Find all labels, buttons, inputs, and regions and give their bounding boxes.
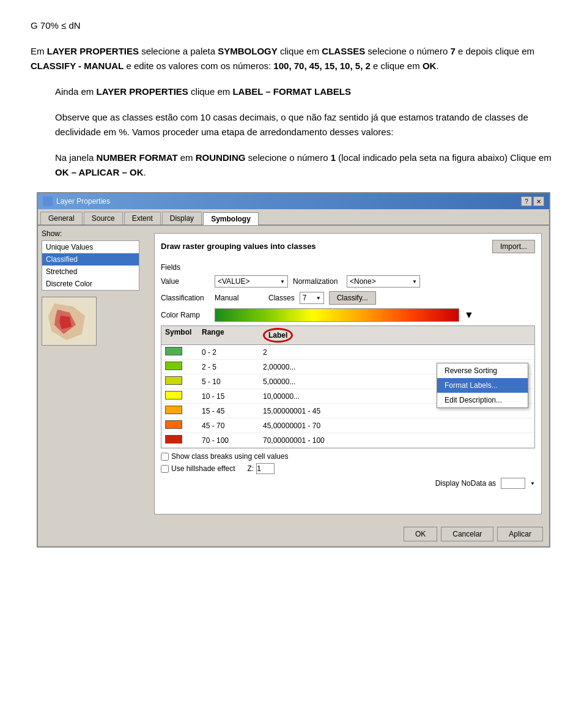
classification-value: Manual <box>215 294 264 302</box>
range-cell-2: 2 - 5 <box>198 361 259 373</box>
ok-button[interactable]: OK <box>404 527 437 541</box>
symbol-cell-4 <box>161 389 198 403</box>
classes-label: Classes <box>268 294 295 302</box>
para1-block: Em LAYER PROPERTIES selecione a paleta S… <box>31 44 556 73</box>
norm-dropdown-arrow: ▼ <box>412 279 417 284</box>
para3-text: Observe que as classes estão com 10 casa… <box>55 110 556 139</box>
svg-marker-3 <box>59 316 72 329</box>
formula-text: G 70% ≤ dN <box>31 18 556 33</box>
classification-row: Classification Manual Classes 7 ▼ Classi… <box>161 291 535 305</box>
symbol-cell-2 <box>161 360 198 374</box>
show-unique-values[interactable]: Unique Values <box>42 241 139 253</box>
para4-block: Na janela NUMBER FORMAT em ROUNDING sele… <box>55 150 556 180</box>
para2-text: Ainda em LAYER PROPERTIES clique em LABE… <box>55 84 556 99</box>
table-row: 45 - 70 45,00000001 - 70 <box>161 418 534 433</box>
tab-display[interactable]: Display <box>162 212 202 225</box>
show-label: Show: <box>42 229 146 238</box>
color-ramp-row: Color Ramp ▼ <box>161 308 535 322</box>
classes-dropdown[interactable]: 7 ▼ <box>300 292 324 304</box>
close-button[interactable]: ✕ <box>533 196 544 206</box>
label-cell-3: 5,00000... <box>259 376 369 388</box>
show-panel: Show: Unique Values Classified Stretched… <box>42 229 146 518</box>
para4-text: Na janela NUMBER FORMAT em ROUNDING sele… <box>55 150 556 180</box>
tab-bar: General Source Extent Display Symbology <box>38 209 549 226</box>
import-button[interactable]: Import... <box>492 240 535 253</box>
aplicar-button[interactable]: Aplicar <box>497 527 543 541</box>
checkbox-label-2: Use hillshade effect <box>171 464 235 473</box>
show-stretched[interactable]: Stretched <box>42 266 139 278</box>
value-dropdown[interactable]: <VALUE> ▼ <box>215 275 288 288</box>
symbol-cell-7 <box>161 433 198 447</box>
title-bar-buttons: ? ✕ <box>521 196 544 206</box>
fields-label: Fields <box>161 263 210 272</box>
th-label: Label <box>259 328 369 343</box>
window-title: Layer Properties <box>56 197 110 206</box>
checkbox-label-1: Show class breaks using cell values <box>171 452 288 461</box>
formula-block: G 70% ≤ dN <box>31 18 556 33</box>
color-swatch-1 <box>165 347 182 355</box>
z-input[interactable] <box>256 463 275 474</box>
context-reverse-sorting[interactable]: Reverse Sorting <box>437 363 528 378</box>
checkbox-area: Show class breaks using cell values Use … <box>161 452 535 474</box>
range-cell-1: 0 - 2 <box>198 346 259 358</box>
show-discrete-color[interactable]: Discrete Color <box>42 278 139 290</box>
label-cell-7: 70,00000001 - 100 <box>259 434 369 447</box>
tab-extent[interactable]: Extent <box>124 212 161 225</box>
symbol-cell-3 <box>161 374 198 388</box>
color-ramp-bar <box>215 308 459 322</box>
map-preview <box>42 297 97 346</box>
label-cell-1: 2 <box>259 346 369 358</box>
th-range: Range <box>198 328 259 343</box>
classes-arrow: ▼ <box>316 295 321 301</box>
normalization-dropdown[interactable]: <None> ▼ <box>347 275 420 288</box>
show-classified[interactable]: Classified <box>42 253 139 266</box>
th-symbol: Symbol <box>161 328 198 343</box>
range-cell-3: 5 - 10 <box>198 376 259 388</box>
symbol-cell-1 <box>161 345 198 359</box>
checkbox-hillshade[interactable] <box>161 465 169 473</box>
color-swatch-5 <box>165 406 182 414</box>
title-bar: Layer Properties ? ✕ <box>38 193 549 209</box>
color-swatch-3 <box>165 376 182 385</box>
range-cell-4: 10 - 15 <box>198 390 259 403</box>
color-swatch-7 <box>165 435 182 444</box>
window-icon <box>43 196 53 206</box>
map-preview-area <box>42 297 146 346</box>
tab-general[interactable]: General <box>40 212 83 225</box>
nodata-arrow: ▼ <box>530 481 535 486</box>
context-edit-description[interactable]: Edit Description... <box>437 393 528 407</box>
context-menu: Reverse Sorting Format Labels... Edit De… <box>437 363 528 408</box>
range-cell-5: 15 - 45 <box>198 405 259 417</box>
range-cell-7: 70 - 100 <box>198 434 259 447</box>
z-label: Z: <box>248 464 254 473</box>
para2-block: Ainda em LAYER PROPERTIES clique em LABE… <box>55 84 556 99</box>
window-content: Draw raster grouping values into classes… <box>154 233 542 514</box>
color-swatch-4 <box>165 391 182 399</box>
value-label: Value <box>161 277 210 286</box>
help-button[interactable]: ? <box>521 196 532 206</box>
window-footer: OK Cancelar Aplicar <box>38 522 549 546</box>
cancelar-button[interactable]: Cancelar <box>441 527 493 541</box>
tab-source[interactable]: Source <box>84 212 123 225</box>
para1-text: Em LAYER PROPERTIES selecione a paleta S… <box>31 44 556 73</box>
label-cell-6: 45,00000001 - 70 <box>259 420 369 432</box>
checkbox-cell-breaks[interactable] <box>161 453 169 461</box>
classify-button[interactable]: Classify... <box>329 291 376 305</box>
classification-label: Classification <box>161 294 210 302</box>
draw-title: Draw raster grouping values into classes <box>161 242 316 251</box>
nodata-label: Display NoData as <box>435 479 496 488</box>
checkbox-row-1: Show class breaks using cell values <box>161 452 535 461</box>
tab-symbology[interactable]: Symbology <box>203 212 259 225</box>
layer-properties-window: Layer Properties ? ✕ General Source Exte… <box>37 192 550 548</box>
label-cell-4: 10,00000... <box>259 390 369 403</box>
symbol-cell-5 <box>161 404 198 418</box>
symbol-cell-6 <box>161 418 198 433</box>
context-format-labels[interactable]: Format Labels... <box>437 378 528 393</box>
color-ramp-dropdown-arrow[interactable]: ▼ <box>464 310 474 321</box>
nodata-row: Display NoData as ▼ <box>161 478 535 489</box>
color-swatch-2 <box>165 362 182 370</box>
label-cell-5: 15,00000001 - 45 <box>259 405 369 417</box>
checkbox-row-2: Use hillshade effect Z: <box>161 463 535 474</box>
table-row: 0 - 2 2 <box>161 345 534 360</box>
para3-block: Observe que as classes estão com 10 casa… <box>55 110 556 139</box>
